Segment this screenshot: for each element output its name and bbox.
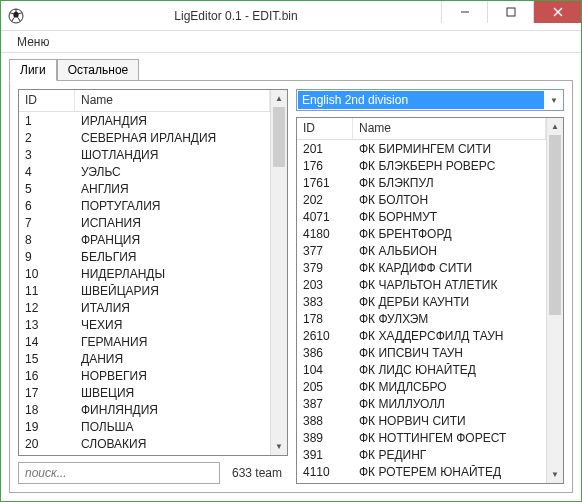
column-header-name[interactable]: Name [75,90,270,111]
cell-id: 16 [19,369,75,383]
scrollbar[interactable]: ▲ ▼ [546,118,563,483]
table-row[interactable]: 4180ФК БРЕНТФОРД [297,225,546,242]
cell-name: ФРАНЦИЯ [75,233,270,247]
table-row[interactable]: 201ФК БИРМИНГЕМ СИТИ [297,140,546,157]
maximize-button[interactable] [487,1,533,23]
table-row[interactable]: 2СЕВЕРНАЯ ИРЛАНДИЯ [19,129,270,146]
cell-name: ФК НОТТИНГЕМ ФОРЕСТ [353,431,546,445]
cell-name: ФК КАРДИФФ СИТИ [353,261,546,275]
table-row[interactable]: 377ФК АЛЬБИОН [297,242,546,259]
table-row[interactable]: 15ДАНИЯ [19,350,270,367]
table-row[interactable]: 5АНГЛИЯ [19,180,270,197]
cell-id: 14 [19,335,75,349]
table-row[interactable]: 7ИСПАНИЯ [19,214,270,231]
cell-id: 178 [297,312,353,326]
cell-id: 4071 [297,210,353,224]
table-row[interactable]: 104ФК ЛИДС ЮНАЙТЕД [297,361,546,378]
table-row[interactable]: 20СЛОВАКИЯ [19,435,270,452]
cell-name: ФК БИРМИНГЕМ СИТИ [353,142,546,156]
cell-name: ПОЛЬША [75,420,270,434]
scroll-up-icon[interactable]: ▲ [547,118,563,135]
table-row[interactable]: 13ЧЕХИЯ [19,316,270,333]
search-input[interactable] [18,462,220,484]
cell-id: 388 [297,414,353,428]
table-row[interactable]: 205ФК МИДЛСБРО [297,378,546,395]
table-row[interactable]: 14ГЕРМАНИЯ [19,333,270,350]
tab-strip: Лиги Остальное [9,59,573,81]
scroll-up-icon[interactable]: ▲ [271,90,287,107]
scroll-down-icon[interactable]: ▼ [547,466,563,483]
cell-name: ФК БЛЭКПУЛ [353,176,546,190]
cell-id: 377 [297,244,353,258]
cell-name: ФК ЧАРЛЬТОН АТЛЕТИК [353,278,546,292]
table-row[interactable]: 202ФК БОЛТОН [297,191,546,208]
maximize-icon [506,7,516,17]
tab-other[interactable]: Остальное [57,59,140,81]
cell-id: 391 [297,448,353,462]
menu-main[interactable]: Меню [9,33,57,51]
column-header-id[interactable]: ID [297,118,353,139]
table-row[interactable]: 6ПОРТУГАЛИЯ [19,197,270,214]
table-row[interactable]: 11ШВЕЙЦАРИЯ [19,282,270,299]
table-row[interactable]: 10НИДЕРЛАНДЫ [19,265,270,282]
table-row[interactable]: 18ФИНЛЯНДИЯ [19,401,270,418]
table-row[interactable]: 178ФК ФУЛХЭМ [297,310,546,327]
cell-id: 201 [297,142,353,156]
leagues-listview[interactable]: ID Name 1ИРЛАНДИЯ2СЕВЕРНАЯ ИРЛАНДИЯ3ШОТЛ… [18,89,288,456]
division-combobox[interactable]: English 2nd division ▼ [296,89,564,111]
table-row[interactable]: 1761ФК БЛЭКПУЛ [297,174,546,191]
table-row[interactable]: 17ШВЕЦИЯ [19,384,270,401]
table-row[interactable]: 2610ФК ХАДДЕРСФИЛД ТАУН [297,327,546,344]
cell-id: 19 [19,420,75,434]
listview-header: ID Name [19,90,270,112]
table-row[interactable]: 19ПОЛЬША [19,418,270,435]
teams-listview[interactable]: ID Name 201ФК БИРМИНГЕМ СИТИ176ФК БЛЭКБЕ… [296,117,564,484]
scroll-thumb[interactable] [549,135,561,315]
titlebar[interactable]: LigEditor 0.1 - EDIT.bin [1,1,581,31]
table-row[interactable]: 4071ФК БОРНМУТ [297,208,546,225]
column-header-id[interactable]: ID [19,90,75,111]
content-area: Лиги Остальное ID Name 1ИРЛАНДИЯ2СЕВЕРНА… [1,53,581,501]
close-button[interactable] [533,1,581,23]
soccer-ball-icon [8,8,24,24]
table-row[interactable]: 176ФК БЛЭКБЕРН РОВЕРС [297,157,546,174]
table-row[interactable]: 3ШОТЛАНДИЯ [19,146,270,163]
cell-id: 2 [19,131,75,145]
table-row[interactable]: 4УЭЛЬС [19,163,270,180]
table-row[interactable]: 1ИРЛАНДИЯ [19,112,270,129]
table-row[interactable]: 386ФК ИПСВИЧ ТАУН [297,344,546,361]
cell-id: 205 [297,380,353,394]
table-row[interactable]: 4110ФК РОТЕРЕМ ЮНАЙТЕД [297,463,546,480]
cell-name: ФК БЛЭКБЕРН РОВЕРС [353,159,546,173]
table-row[interactable]: 16НОРВЕГИЯ [19,367,270,384]
table-row[interactable]: 389ФК НОТТИНГЕМ ФОРЕСТ [297,429,546,446]
tab-leagues[interactable]: Лиги [9,59,57,81]
cell-id: 389 [297,431,353,445]
scroll-thumb[interactable] [273,107,285,167]
table-row[interactable]: 387ФК МИЛЛУОЛЛ [297,395,546,412]
cell-name: НИДЕРЛАНДЫ [75,267,270,281]
table-row[interactable]: 9БЕЛЬГИЯ [19,248,270,265]
table-row[interactable]: 8ФРАНЦИЯ [19,231,270,248]
cell-id: 202 [297,193,353,207]
column-header-name[interactable]: Name [353,118,546,139]
cell-name: ШВЕЦИЯ [75,386,270,400]
cell-id: 3 [19,148,75,162]
cell-name: СЛОВАКИЯ [75,437,270,451]
cell-name: ИРЛАНДИЯ [75,114,270,128]
table-row[interactable]: 391ФК РЕДИНГ [297,446,546,463]
cell-name: ШОТЛАНДИЯ [75,148,270,162]
scroll-down-icon[interactable]: ▼ [271,438,287,455]
table-row[interactable]: 388ФК НОРВИЧ СИТИ [297,412,546,429]
cell-id: 20 [19,437,75,451]
minimize-button[interactable] [441,1,487,23]
cell-name: ФК РОТЕРЕМ ЮНАЙТЕД [353,465,546,479]
table-row[interactable]: 203ФК ЧАРЛЬТОН АТЛЕТИК [297,276,546,293]
close-icon [553,7,563,17]
cell-name: ФК ДЕРБИ КАУНТИ [353,295,546,309]
table-row[interactable]: 383ФК ДЕРБИ КАУНТИ [297,293,546,310]
scrollbar[interactable]: ▲ ▼ [270,90,287,455]
table-row[interactable]: 12ИТАЛИЯ [19,299,270,316]
table-row[interactable]: 379ФК КАРДИФФ СИТИ [297,259,546,276]
cell-id: 6 [19,199,75,213]
